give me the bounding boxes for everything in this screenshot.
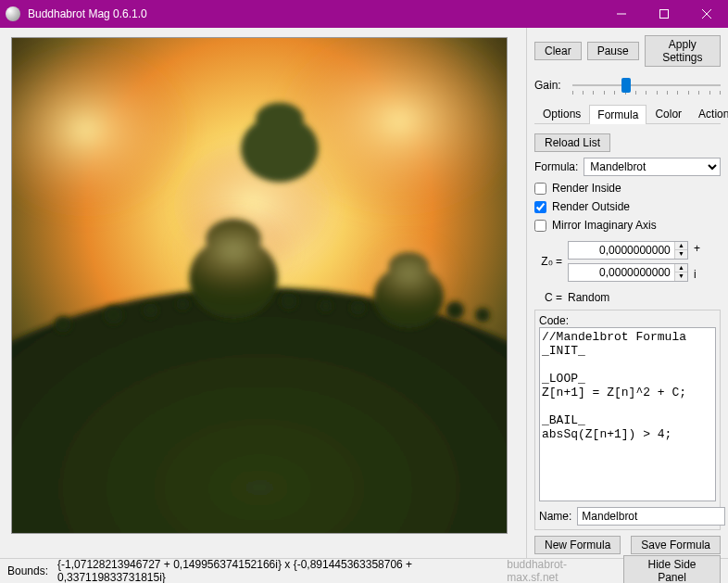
- svg-point-20: [351, 300, 366, 315]
- svg-point-17: [176, 298, 189, 311]
- c-value: Random: [568, 291, 609, 304]
- svg-point-18: [281, 293, 297, 310]
- spin-down-icon[interactable]: ▼: [675, 272, 687, 281]
- minimize-button[interactable]: [600, 0, 643, 28]
- svg-point-19: [320, 299, 333, 312]
- apply-settings-button[interactable]: Apply Settings: [645, 35, 721, 67]
- bounds-value: {-1,07128213946727 + 0,149956374152166i}…: [57, 558, 507, 583]
- new-formula-button[interactable]: New Formula: [534, 536, 621, 554]
- status-bar: Bounds: {-1,07128213946727 + 0,149956374…: [0, 558, 728, 583]
- render-viewport[interactable]: [11, 37, 508, 534]
- tab-bar: Options Formula Color Actions: [534, 104, 721, 124]
- clear-button[interactable]: Clear: [534, 42, 582, 60]
- bounds-label: Bounds:: [7, 564, 48, 577]
- window-title: Buddhabrot Mag 0.6.1.0: [28, 7, 600, 20]
- spin-up-icon[interactable]: ▲: [675, 242, 687, 250]
- app-icon: [6, 6, 20, 21]
- svg-point-25: [358, 234, 460, 312]
- tab-formula[interactable]: Formula: [589, 105, 646, 124]
- tab-options[interactable]: Options: [534, 104, 589, 123]
- reload-list-button[interactable]: Reload List: [534, 133, 610, 152]
- save-formula-button[interactable]: Save Formula: [631, 536, 721, 554]
- svg-point-5: [12, 287, 507, 533]
- gain-label: Gain:: [534, 79, 561, 92]
- gain-slider-thumb[interactable]: [621, 78, 631, 93]
- svg-point-14: [256, 103, 304, 136]
- render-inside-checkbox[interactable]: Render Inside: [534, 182, 721, 195]
- svg-point-24: [169, 204, 297, 297]
- svg-point-23: [55, 316, 71, 333]
- svg-point-21: [446, 301, 464, 320]
- code-textarea[interactable]: [539, 327, 716, 501]
- pause-button[interactable]: Pause: [587, 42, 639, 60]
- svg-point-16: [143, 303, 157, 318]
- close-button[interactable]: [685, 0, 728, 28]
- project-url: buddhabrot-max.sf.net: [507, 558, 614, 583]
- z0-imag-input[interactable]: ▲▼: [568, 263, 688, 282]
- formula-select[interactable]: Mandelbrot: [584, 158, 721, 176]
- name-label: Name:: [539, 510, 571, 523]
- svg-point-22: [475, 308, 490, 323]
- svg-rect-1: [660, 10, 669, 19]
- c-label: C =: [534, 291, 562, 304]
- side-panel: Clear Pause Apply Settings Gain: Options…: [526, 28, 728, 558]
- hide-side-panel-button[interactable]: Hide Side Panel: [623, 555, 721, 583]
- code-label: Code:: [539, 314, 716, 327]
- tab-color[interactable]: Color: [646, 104, 690, 123]
- gain-slider[interactable]: [572, 74, 721, 96]
- z0-real-input[interactable]: ▲▼: [568, 241, 688, 260]
- spin-up-icon[interactable]: ▲: [675, 264, 687, 272]
- render-pane: [0, 28, 526, 558]
- formula-label: Formula:: [534, 160, 578, 173]
- z0-label: Z₀ =: [534, 255, 562, 268]
- maximize-button[interactable]: [643, 0, 685, 28]
- render-outside-checkbox[interactable]: Render Outside: [534, 200, 721, 213]
- formula-tab-body: Reload List Formula: Mandelbrot Render I…: [534, 128, 721, 554]
- tab-actions[interactable]: Actions: [690, 104, 728, 123]
- titlebar: Buddhabrot Mag 0.6.1.0: [0, 0, 728, 28]
- name-input[interactable]: [577, 507, 725, 526]
- svg-point-15: [105, 306, 123, 324]
- spin-down-icon[interactable]: ▼: [675, 250, 687, 259]
- mirror-axis-checkbox[interactable]: Mirror Imaginary Axis: [534, 219, 721, 232]
